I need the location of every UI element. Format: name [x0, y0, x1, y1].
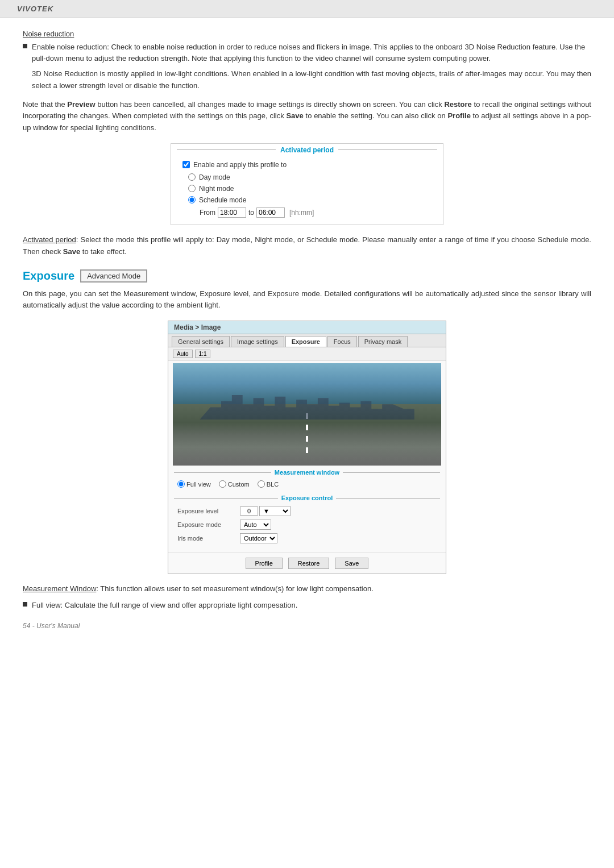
ui-panel: Media > Image General settings Image set… — [168, 321, 446, 574]
tab-image-settings[interactable]: Image settings — [231, 336, 284, 347]
tab-exposure[interactable]: Exposure — [285, 336, 326, 347]
blc-text: BLC — [267, 481, 279, 488]
tab-focus[interactable]: Focus — [327, 336, 357, 347]
activated-period-underline: Activated period — [23, 235, 76, 244]
full-view-bullet-icon — [23, 602, 27, 607]
panel-toolbar: Auto 1:1 — [168, 347, 446, 361]
exposure-desc-text: On this page, you can set the Measuremen… — [23, 289, 591, 310]
ratio-btn[interactable]: 1:1 — [195, 350, 211, 358]
divider-line-right — [343, 472, 440, 473]
bullet-enable-noise-text: Enable noise reduction: Check to enable … — [32, 41, 591, 64]
tab-general-settings[interactable]: General settings — [172, 336, 230, 347]
enable-profile-row[interactable]: Enable and apply this profile to — [182, 161, 432, 169]
save-bold2: Save — [63, 247, 80, 256]
header-line-right — [338, 149, 437, 150]
night-mode-label: Night mode — [199, 185, 234, 193]
activated-period-end: to take effect. — [80, 247, 126, 256]
image-preview-wrapper — [168, 361, 446, 466]
para2-mid3: to enable the setting. You can also clic… — [304, 111, 448, 120]
divider-line-left — [174, 472, 271, 473]
schedule-mode-row[interactable]: Schedule mode — [182, 196, 432, 204]
hhmm-hint: [hh:mm] — [289, 209, 314, 217]
exposure-heading-row: Exposure Advanced Mode — [23, 269, 591, 283]
measurement-window-divider: Measurement window — [168, 466, 446, 478]
full-view-bullet-item: Full view: Calculate the full range of v… — [23, 600, 591, 611]
exposure-control-title: Exposure control — [281, 495, 333, 501]
schedule-mode-label: Schedule mode — [199, 196, 246, 204]
noise-reduction-section: Noise reduction Enable noise reduction: … — [23, 30, 591, 134]
activated-period-header: Activated period — [171, 144, 443, 156]
enable-profile-label: Enable and apply this profile to — [193, 161, 287, 169]
custom-label[interactable]: Custom — [219, 480, 250, 488]
iris-mode-select[interactable]: Outdoor — [240, 533, 277, 543]
blc-radio[interactable] — [258, 480, 265, 488]
noise-3d-paragraph: 3D Noise Reduction is mostly applied in … — [23, 68, 591, 92]
exposure-control-section: Exposure level ▼ Exposure mode Auto Iris… — [168, 504, 446, 553]
custom-text: Custom — [228, 481, 250, 488]
full-view-label[interactable]: Full view — [177, 480, 211, 488]
header-line-left — [177, 149, 276, 150]
time-range-row: From 18:00 to 06:00 [hh:mm] — [182, 207, 432, 218]
profile-box-inner: Enable and apply this profile to Day mod… — [171, 156, 443, 225]
to-time-input[interactable]: 06:00 — [256, 207, 285, 218]
exposure-title: Exposure — [23, 269, 74, 283]
profile-bold: Profile — [447, 111, 470, 120]
to-label: to — [248, 209, 254, 217]
exposure-mode-label: Exposure mode — [177, 521, 240, 528]
iris-mode-row: Iris mode Outdoor — [177, 533, 437, 543]
exposure-mode-select[interactable]: Auto — [240, 520, 271, 530]
exposure-level-label: Exposure level — [177, 508, 240, 514]
measurement-radio-group: Full view Custom BLC — [168, 478, 446, 491]
preview-bold: Preview — [67, 100, 95, 109]
exposure-level-select[interactable]: ▼ — [259, 506, 291, 516]
measurement-window-text: : This function allows user to set measu… — [96, 584, 373, 593]
day-mode-radio[interactable] — [188, 173, 196, 181]
noise-reduction-title: Noise reduction — [23, 30, 74, 38]
auto-btn[interactable]: Auto — [173, 350, 193, 358]
blc-label[interactable]: BLC — [258, 480, 279, 488]
day-mode-row[interactable]: Day mode — [182, 173, 432, 181]
preview-restore-paragraph: Note that the Preview button has been ca… — [23, 99, 591, 134]
from-label: From — [200, 209, 215, 217]
full-view-bullet-text: Full view: Calculate the full range of v… — [32, 600, 297, 611]
full-view-text: Full view — [186, 481, 211, 488]
main-content: Noise reduction Enable noise reduction: … — [0, 18, 614, 653]
save-button[interactable]: Save — [335, 558, 368, 569]
para2-prefix: Note that the — [23, 100, 67, 109]
save-bold: Save — [286, 111, 303, 120]
bullet-icon — [23, 44, 27, 48]
full-view-radio[interactable] — [177, 480, 185, 488]
day-mode-label: Day mode — [199, 173, 230, 181]
exposure-mode-row: Exposure mode Auto — [177, 520, 437, 530]
advanced-mode-button[interactable]: Advanced Mode — [80, 269, 147, 283]
night-mode-row[interactable]: Night mode — [182, 185, 432, 193]
exposure-control-divider: Exposure control — [168, 491, 446, 504]
profile-button[interactable]: Profile — [246, 558, 283, 569]
exp-divider-line-left — [174, 498, 278, 499]
from-time-input[interactable]: 18:00 — [218, 207, 246, 218]
page-number: 54 - User's Manual — [23, 622, 591, 630]
iris-mode-label: Iris mode — [177, 535, 240, 542]
brand-label: VIVOTEK — [17, 5, 53, 13]
exp-divider-line-right — [336, 498, 440, 499]
activated-period-box: Activated period Enable and apply this p… — [171, 143, 443, 225]
measurement-window-section-title: Measurement window — [275, 469, 339, 476]
schedule-mode-radio[interactable] — [188, 196, 196, 203]
page-header: VIVOTEK — [0, 0, 614, 18]
custom-radio[interactable] — [219, 480, 226, 488]
image-preview — [173, 363, 441, 466]
restore-button[interactable]: Restore — [288, 558, 330, 569]
exposure-level-input[interactable] — [240, 506, 258, 516]
activated-period-title: Activated period — [280, 146, 334, 154]
exposure-description: On this page, you can set the Measuremen… — [23, 288, 591, 312]
bullet-enable-noise: Enable noise reduction: Check to enable … — [23, 41, 591, 64]
city-skyline — [200, 389, 414, 420]
measurement-window-description: Measurement Window: This function allows… — [23, 583, 591, 595]
noise-3d-text: 3D Noise Reduction is mostly applied in … — [32, 69, 591, 90]
para2-mid1: button has been cancelled, all changes m… — [96, 100, 445, 109]
night-mode-radio[interactable] — [188, 185, 196, 192]
panel-header: Media > Image — [168, 321, 446, 334]
enable-profile-checkbox[interactable] — [182, 161, 190, 168]
tab-privacy-mask[interactable]: Privacy mask — [358, 336, 408, 347]
measurement-window-underline: Measurement Window — [23, 584, 96, 593]
